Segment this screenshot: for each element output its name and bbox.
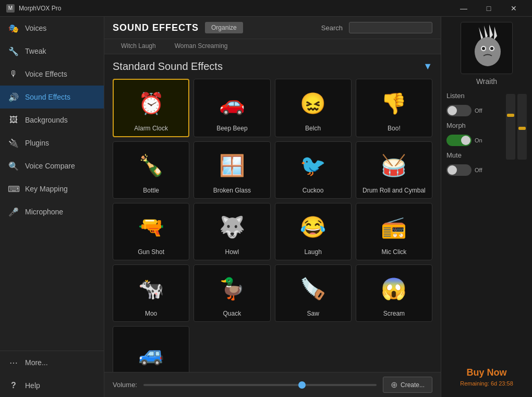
sfx-label-beep-beep: Beep Beep (216, 125, 247, 132)
maximize-button[interactable]: □ (477, 0, 501, 17)
mute-state: Off (475, 167, 482, 173)
morph-control: Morph (446, 122, 502, 129)
output-slider[interactable] (506, 94, 515, 160)
sfx-item-broken-glass[interactable]: 🪟 Broken Glass (194, 141, 270, 199)
avatar-image (466, 25, 507, 71)
sfx-icon-howl: 🐺 (214, 209, 250, 245)
sfx-label-gun-shot: Gun Shot (138, 248, 164, 256)
titlebar: M MorphVOX Pro — □ ✕ (0, 0, 532, 17)
tab-witch-laugh[interactable]: Witch Laugh (113, 39, 164, 54)
sfx-label-quack: Quack (223, 310, 241, 317)
sidebar-item-voice-compare[interactable]: 🔍 Voice Compare (0, 154, 104, 177)
morph-toggle[interactable] (446, 135, 471, 146)
sfx-label-belch: Belch (305, 125, 321, 132)
sidebar-item-more[interactable]: ⋯ More... (0, 351, 104, 374)
section-header: Standard Sound Effects ▼ (113, 61, 432, 73)
sidebar-item-help[interactable]: ? Help (0, 374, 104, 397)
sidebar-label-voice-compare: Voice Compare (25, 162, 75, 170)
sfx-item-gun-shot[interactable]: 🔫 Gun Shot (113, 203, 189, 260)
sfx-item-boo[interactable]: 👎 Boo! (356, 79, 432, 137)
search-input[interactable] (349, 22, 432, 33)
sfx-item-bottle[interactable]: 🍾 Bottle (113, 141, 189, 199)
buy-now-button[interactable]: Buy Now (460, 367, 513, 378)
sfx-icon-boo: 👎 (376, 85, 412, 122)
section-collapse-icon[interactable]: ▼ (423, 61, 432, 72)
organize-button[interactable]: Organize (205, 22, 243, 33)
sfx-label-broken-glass: Broken Glass (213, 187, 251, 194)
sidebar-item-plugins[interactable]: 🔌 Plugins (0, 131, 104, 154)
backgrounds-icon: 🖼 (8, 115, 19, 125)
create-button[interactable]: ⊕ Create... (383, 377, 432, 393)
sidebar-item-microphone[interactable]: 🎤 Microphone (0, 200, 104, 223)
sfx-label-drum-roll: Drum Roll and Cymbal (362, 187, 426, 194)
input-slider[interactable] (517, 94, 527, 160)
sidebar-label-more: More... (25, 358, 48, 367)
volume-slider[interactable] (143, 384, 377, 386)
sidebar-item-key-mapping[interactable]: ⌨ Key Mapping (0, 177, 104, 200)
morph-label: Morph (446, 122, 467, 129)
sfx-icon-quack: 🦆 (214, 270, 250, 307)
mute-toggle[interactable] (446, 164, 471, 176)
sfx-icon-saw: 🪚 (295, 270, 331, 307)
sfx-icon-broken-glass: 🪟 (214, 147, 250, 184)
search-label: Search (321, 24, 343, 32)
sfx-item-howl[interactable]: 🐺 Howl (194, 203, 270, 260)
bottom-bar: Volume: ⊕ Create... (104, 372, 441, 397)
voices-icon: 🎭 (8, 23, 19, 33)
sidebar-label-voices: Voices (25, 24, 46, 32)
sfx-icon-moo: 🐄 (133, 270, 170, 307)
section-title: SOUND EFFECTS (113, 22, 199, 33)
sfx-item-scream[interactable]: 😱 Scream (356, 264, 432, 322)
avatar-name: Wraith (476, 77, 497, 86)
app-icon: M (6, 4, 15, 13)
sfx-label-saw: Saw (307, 310, 319, 317)
sfx-item-saw[interactable]: 🪚 Saw (275, 264, 352, 322)
sfx-label-howl: Howl (225, 248, 239, 256)
sidebar-item-backgrounds[interactable]: 🖼 Backgrounds (0, 109, 104, 131)
sfx-item-laugh[interactable]: 😂 Laugh (275, 203, 352, 260)
listen-toggle[interactable] (446, 105, 471, 116)
avatar-box (461, 22, 513, 74)
sidebar-item-voice-effects[interactable]: 🎙 Voice Effects (0, 63, 104, 86)
sfx-item-quack[interactable]: 🦆 Quack (194, 264, 270, 322)
sfx-item-car[interactable]: 🚙 (113, 326, 189, 372)
input-slider-thumb (518, 127, 526, 130)
sfx-item-cuckoo[interactable]: 🐦 Cuckoo (275, 141, 352, 199)
section-heading: Standard Sound Effects (113, 61, 223, 73)
sfx-item-drum-roll[interactable]: 🥁 Drum Roll and Cymbal (356, 141, 432, 199)
sfx-icon-drum-roll: 🥁 (376, 147, 412, 184)
sidebar-bottom: ⋯ More... ? Help (0, 351, 104, 397)
sfx-item-belch[interactable]: 😖 Belch (275, 79, 352, 137)
tab-woman-screaming[interactable]: Woman Screaming (166, 39, 236, 54)
create-label: Create... (401, 381, 425, 389)
sidebar-item-voices[interactable]: 🎭 Voices (0, 17, 104, 40)
key-mapping-icon: ⌨ (8, 184, 19, 194)
sfx-item-alarm-clock[interactable]: ⏰ Alarm Clock (113, 79, 189, 137)
sfx-item-moo[interactable]: 🐄 Moo (113, 264, 189, 322)
sfx-icon-alarm-clock: ⏰ (133, 85, 170, 122)
sidebar-label-microphone: Microphone (25, 208, 63, 216)
sfx-label-bottle: Bottle (143, 187, 159, 194)
sidebar: 🎭 Voices 🔧 Tweak 🎙 Voice Effects 🔊 Sound… (0, 17, 104, 397)
more-icon: ⋯ (8, 357, 19, 368)
voice-compare-icon: 🔍 (8, 161, 19, 171)
minimize-button[interactable]: — (452, 0, 476, 17)
sfx-icon-cuckoo: 🐦 (295, 147, 331, 184)
sound-effects-panel: Standard Sound Effects ▼ ⏰ Alarm Clock 🚗… (104, 54, 441, 372)
sfx-label-cuckoo: Cuckoo (303, 187, 324, 194)
mute-thumb (448, 165, 457, 175)
content-panel: SOUND EFFECTS Organize Search Witch Laug… (104, 17, 441, 397)
sidebar-item-sound-effects[interactable]: 🔊 Sound Effects (0, 86, 104, 109)
sidebar-item-tweak[interactable]: 🔧 Tweak (0, 40, 104, 63)
sfx-item-mic-click[interactable]: 📻 Mic Click (356, 203, 432, 260)
window-controls: — □ ✕ (452, 0, 526, 17)
volume-thumb (298, 381, 306, 389)
main-layout: 🎭 Voices 🔧 Tweak 🎙 Voice Effects 🔊 Sound… (0, 17, 532, 397)
sfx-item-beep-beep[interactable]: 🚗 Beep Beep (194, 79, 270, 137)
sfx-icon-car: 🚙 (133, 335, 170, 372)
sfx-icon-laugh: 😂 (295, 209, 331, 245)
sidebar-label-voice-effects: Voice Effects (25, 70, 67, 78)
sidebar-label-help: Help (25, 381, 40, 390)
listen-thumb (448, 106, 457, 115)
close-button[interactable]: ✕ (502, 0, 526, 17)
